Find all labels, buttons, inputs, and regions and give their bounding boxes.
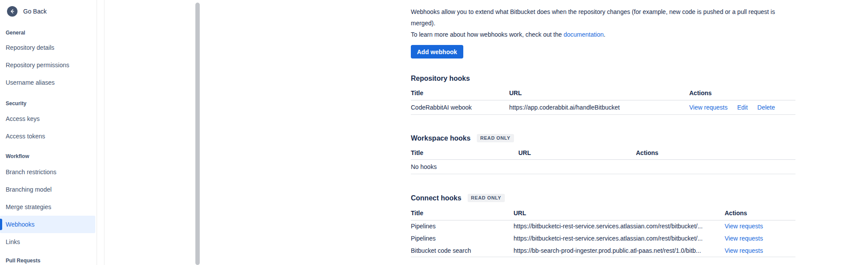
learn-more-text: To learn more about how webhooks work, c… [411, 29, 795, 40]
sidebar-item-label: Webhooks [6, 221, 35, 228]
read-only-badge: READ ONLY [477, 134, 514, 142]
repository-hooks-table: Title URL Actions CodeRabbitAI webook ht… [411, 89, 795, 115]
workspace-hooks-title: Workspace hooks [411, 134, 471, 142]
connect-hooks-table: Title URL Actions Pipelines https://bitb… [411, 210, 795, 257]
edit-link[interactable]: Edit [737, 104, 748, 111]
connect-hooks-title: Connect hooks [411, 194, 462, 202]
hook-title-cell: Pipelines [411, 220, 514, 232]
column-header-url: URL [514, 210, 725, 220]
active-indicator-bar [0, 219, 2, 230]
column-header-url: URL [509, 89, 689, 100]
workspace-hooks-heading: Workspace hooksREAD ONLY [411, 134, 795, 143]
column-header-title: Title [411, 89, 509, 100]
hook-title-cell: Bitbucket code search [411, 244, 514, 257]
sidebar-item-branching-model[interactable]: Branching model [0, 181, 95, 198]
add-webhook-button[interactable]: Add webhook [411, 45, 463, 59]
table-row: No hooks [411, 160, 795, 174]
sidebar-scrollbar-thumb[interactable] [195, 3, 200, 265]
read-only-badge: READ ONLY [468, 194, 505, 202]
hook-actions-cell: View requestsEditDelete [689, 100, 795, 114]
table-row: Pipelines https://bitbucketci-rest-servi… [411, 232, 795, 244]
column-header-title: Title [411, 210, 514, 220]
table-row: Bitbucket code search https://bb-search-… [411, 244, 795, 257]
hook-url-cell: https://app.coderabbit.ai/handleBitbucke… [509, 100, 689, 114]
view-requests-link[interactable]: View requests [725, 247, 763, 254]
learn-more-suffix: . [604, 31, 605, 38]
hook-title-cell: CodeRabbitAI webook [411, 100, 509, 114]
sidebar-item-repository-details[interactable]: Repository details [0, 39, 95, 56]
workspace-hooks-table: Title URL Actions No hooks [411, 149, 795, 175]
hook-url-cell: https://bb-search-prod-ingester.prod.pub… [514, 244, 725, 257]
documentation-link[interactable]: documentation [563, 31, 604, 38]
go-back-button[interactable]: Go Back [7, 6, 95, 17]
sidebar-item-access-tokens[interactable]: Access tokens [0, 127, 95, 145]
hook-url-cell: https://bitbucketci-rest-service.service… [514, 220, 725, 232]
hook-title-cell: Pipelines [411, 232, 514, 244]
column-header-actions: Actions [636, 149, 795, 160]
repository-hooks-heading: Repository hooks [411, 74, 795, 83]
sidebar-item-access-keys[interactable]: Access keys [0, 110, 95, 127]
sidebar-item-webhooks[interactable]: Webhooks [0, 216, 95, 233]
view-requests-link[interactable]: View requests [689, 104, 728, 111]
sidebar-scrollbar-track[interactable] [97, 0, 104, 265]
settings-sidebar: Go Back General Repository details Repos… [0, 0, 95, 264]
column-header-actions: Actions [689, 89, 795, 100]
hook-actions-cell: View requests [725, 232, 795, 244]
hook-actions-cell: View requests [725, 244, 795, 257]
connect-hooks-heading: Connect hooksREAD ONLY [411, 194, 795, 203]
table-row: Pipelines https://bitbucketci-rest-servi… [411, 220, 795, 232]
view-requests-link[interactable]: View requests [725, 235, 763, 242]
sidebar-item-merge-strategies[interactable]: Merge strategies [0, 198, 95, 216]
arrow-left-icon [7, 6, 17, 17]
sidebar-group-workflow: Workflow [0, 153, 95, 160]
go-back-label: Go Back [23, 8, 47, 15]
hook-url-cell: https://bitbucketci-rest-service.service… [514, 232, 725, 244]
column-header-title: Title [411, 149, 518, 160]
hook-actions-cell: View requests [725, 220, 795, 232]
webhooks-intro-text: Webhooks allow you to extend what Bitbuc… [411, 6, 795, 29]
sidebar-item-branch-restrictions[interactable]: Branch restrictions [0, 163, 95, 181]
sidebar-item-repository-permissions[interactable]: Repository permissions [0, 56, 95, 74]
table-row: CodeRabbitAI webook https://app.coderabb… [411, 100, 795, 114]
sidebar-group-general: General [0, 29, 95, 36]
delete-link[interactable]: Delete [757, 104, 775, 111]
sidebar-group-security: Security [0, 100, 95, 107]
webhooks-settings-content: Webhooks allow you to extend what Bitbuc… [411, 0, 795, 257]
sidebar-item-username-aliases[interactable]: Username aliases [0, 74, 95, 91]
sidebar-item-links[interactable]: Links [0, 233, 95, 251]
empty-state-cell: No hooks [411, 160, 795, 174]
view-requests-link[interactable]: View requests [725, 223, 763, 230]
sidebar-group-pull-requests: Pull Requests [0, 257, 95, 264]
column-header-url: URL [518, 149, 636, 160]
learn-more-prefix: To learn more about how webhooks work, c… [411, 31, 563, 38]
column-header-actions: Actions [725, 210, 795, 220]
